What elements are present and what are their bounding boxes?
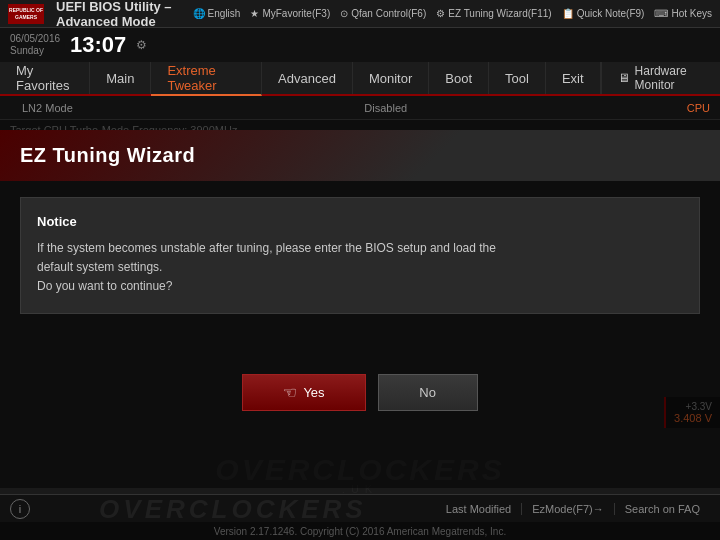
subnav-cpu: CPU	[687, 102, 710, 114]
favorite-icon-item[interactable]: ★ MyFavorite(F3)	[250, 8, 330, 19]
favorite-label: MyFavorite(F3)	[262, 8, 330, 19]
gear-icon: ⚙	[436, 8, 445, 19]
subnav-ln2-mode[interactable]: LN2 Mode	[10, 96, 85, 119]
hot-keys-icon-item[interactable]: ⌨ Hot Keys	[654, 8, 712, 19]
copyright-bar: Version 2.17.1246. Copyright (C) 2016 Am…	[0, 522, 720, 540]
nav-bar: My Favorites Main Extreme Tweaker Advanc…	[0, 62, 720, 96]
rog-logo-area: REPUBLIC OF GAMERS	[8, 4, 44, 24]
time-display: 13:07	[70, 32, 126, 58]
qfan-label: Qfan Control(F6)	[351, 8, 426, 19]
ez-tuning-label: EZ Tuning Wizard(F11)	[448, 8, 551, 19]
sub-nav: LN2 Mode Disabled CPU	[0, 96, 720, 120]
nav-exit[interactable]: Exit	[546, 62, 601, 94]
rog-logo-icon: REPUBLIC OF GAMERS	[8, 4, 44, 24]
ez-mode-link[interactable]: EzMode(F7)→	[522, 503, 615, 515]
ez-tuning-wizard-dialog: EZ Tuning Wizard Notice If the system be…	[0, 130, 720, 431]
no-button[interactable]: No	[378, 374, 478, 411]
qfan-icon-item[interactable]: ⊙ Qfan Control(F6)	[340, 8, 426, 19]
time-gear-icon[interactable]: ⚙	[136, 38, 147, 52]
fan-icon: ⊙	[340, 8, 348, 19]
note-icon: 📋	[562, 8, 574, 19]
globe-icon: 🌐	[193, 8, 205, 19]
nav-boot[interactable]: Boot	[429, 62, 489, 94]
datetime-bar: 06/05/2016 Sunday 13:07 ⚙	[0, 28, 720, 62]
nav-hardware-monitor[interactable]: 🖥 Hardware Monitor	[601, 62, 720, 94]
nav-advanced[interactable]: Advanced	[262, 62, 353, 94]
english-label: English	[208, 8, 241, 19]
last-modified-link[interactable]: Last Modified	[436, 503, 522, 515]
notice-text: If the system becomes unstable after tun…	[37, 239, 683, 297]
search-faq-link[interactable]: Search on FAQ	[615, 503, 710, 515]
nav-main[interactable]: Main	[90, 62, 151, 94]
hardware-monitor-label: Hardware Monitor	[635, 64, 704, 92]
wizard-header: EZ Tuning Wizard	[0, 130, 720, 181]
notice-title: Notice	[37, 214, 683, 229]
star-icon: ★	[250, 8, 259, 19]
content-area: Target CPU Turbo-Mode Frequency: 3900MHz…	[0, 120, 720, 488]
nav-tool[interactable]: Tool	[489, 62, 546, 94]
bios-title: UEFI BIOS Utility – Advanced Mode	[56, 0, 181, 29]
date-display: 06/05/2016 Sunday	[10, 33, 60, 57]
nav-extreme-tweaker[interactable]: Extreme Tweaker	[151, 62, 262, 96]
yes-button-label: Yes	[303, 385, 324, 400]
yes-button[interactable]: ☞ Yes	[242, 374, 365, 411]
hot-keys-label: Hot Keys	[671, 8, 712, 19]
monitor-icon: 🖥	[618, 71, 630, 85]
dialog-buttons: ☞ Yes No	[0, 354, 720, 431]
no-button-label: No	[419, 385, 436, 400]
dialog-overlay: EZ Tuning Wizard Notice If the system be…	[0, 120, 720, 488]
key-icon: ⌨	[654, 8, 668, 19]
bottom-right-links: Last Modified EzMode(F7)→ Search on FAQ	[436, 503, 710, 515]
top-bar-icons: 🌐 English ★ MyFavorite(F3) ⊙ Qfan Contro…	[193, 8, 712, 19]
svg-text:REPUBLIC OF: REPUBLIC OF	[9, 7, 43, 13]
ez-tuning-icon-item[interactable]: ⚙ EZ Tuning Wizard(F11)	[436, 8, 551, 19]
top-bar: REPUBLIC OF GAMERS UEFI BIOS Utility – A…	[0, 0, 720, 28]
day-value: Sunday	[10, 45, 60, 57]
quick-note-icon-item[interactable]: 📋 Quick Note(F9)	[562, 8, 645, 19]
bottom-logo-area: OVERCLOCKERS	[30, 496, 436, 522]
info-icon-button[interactable]: i	[10, 499, 30, 519]
quick-note-label: Quick Note(F9)	[577, 8, 645, 19]
date-value: 06/05/2016	[10, 33, 60, 45]
nav-monitor[interactable]: Monitor	[353, 62, 429, 94]
nav-my-favorites[interactable]: My Favorites	[0, 62, 90, 94]
hand-cursor-icon: ☞	[283, 383, 297, 402]
bottom-logo-text: OVERCLOCKERS	[30, 496, 436, 522]
copyright-text: Version 2.17.1246. Copyright (C) 2016 Am…	[214, 526, 506, 537]
english-icon-item[interactable]: 🌐 English	[193, 8, 241, 19]
bottom-bar: i OVERCLOCKERS Last Modified EzMode(F7)→…	[0, 494, 720, 522]
svg-text:GAMERS: GAMERS	[15, 14, 38, 20]
subnav-disabled: Disabled	[352, 102, 419, 114]
notice-box: Notice If the system becomes unstable af…	[20, 197, 700, 314]
